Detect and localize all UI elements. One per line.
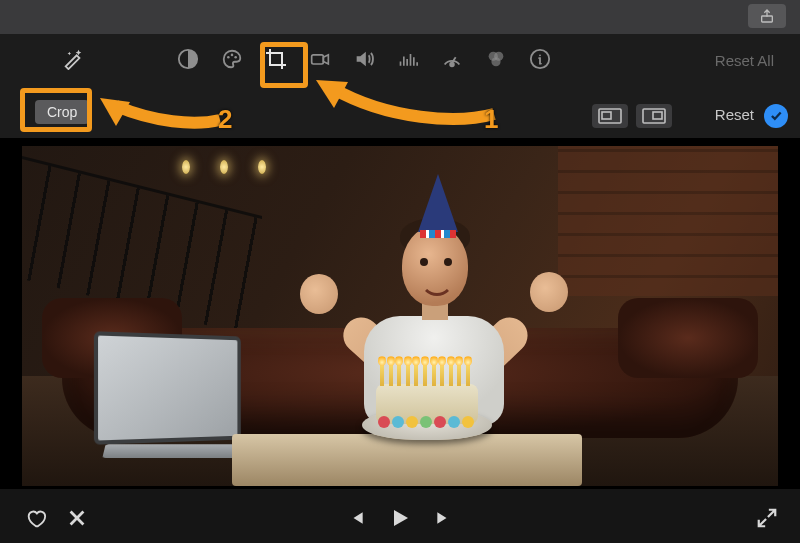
checkmark-icon	[769, 109, 783, 123]
color-correction-button[interactable]	[175, 46, 201, 72]
skip-forward-button[interactable]	[434, 508, 454, 528]
camera-icon	[308, 49, 332, 69]
annotation-arrow-1	[308, 72, 498, 128]
color-balance-icon	[484, 48, 508, 70]
kenburns-start-button[interactable]	[592, 104, 628, 128]
play-button[interactable]	[388, 505, 412, 531]
color-balance-button[interactable]	[483, 46, 509, 72]
skip-forward-icon	[434, 508, 454, 528]
window-titlebar	[0, 0, 800, 34]
stabilization-button[interactable]	[307, 46, 333, 72]
noise-reduction-button[interactable]	[395, 46, 421, 72]
expand-icon	[756, 507, 778, 529]
svg-point-4	[234, 56, 237, 59]
magic-wand-button[interactable]	[62, 48, 84, 70]
apply-crop-button[interactable]	[764, 104, 788, 128]
preview-frame-content	[22, 146, 778, 486]
annotation-label-1: 1	[484, 104, 498, 135]
volume-button[interactable]	[351, 46, 377, 72]
annotation-highlight-crop-tool	[260, 42, 308, 88]
x-icon	[66, 507, 88, 529]
contrast-icon	[177, 48, 199, 70]
clip-info-button[interactable]	[527, 46, 553, 72]
color-palette-button[interactable]	[219, 46, 245, 72]
kenburns-start-icon	[598, 108, 622, 124]
annotation-highlight-crop-pill	[20, 88, 92, 132]
heart-icon	[24, 507, 48, 529]
magic-wand-icon	[62, 48, 84, 70]
svg-point-3	[231, 54, 234, 57]
svg-rect-14	[653, 112, 662, 119]
annotation-arrow-2	[94, 92, 224, 132]
svg-rect-5	[312, 55, 324, 64]
svg-point-9	[491, 57, 500, 66]
speed-button[interactable]	[439, 46, 465, 72]
reject-button[interactable]	[66, 507, 88, 529]
playback-bar	[0, 489, 800, 543]
kenburns-end-icon	[642, 108, 666, 124]
svg-point-2	[227, 56, 230, 59]
info-icon	[529, 48, 551, 70]
share-icon	[759, 8, 775, 24]
annotation-label-2: 2	[218, 104, 232, 135]
equalizer-icon	[397, 49, 419, 69]
play-icon	[388, 505, 412, 531]
reset-all-button[interactable]: Reset All	[715, 52, 774, 69]
svg-rect-12	[602, 112, 611, 119]
favorite-button[interactable]	[24, 507, 48, 529]
video-preview[interactable]	[22, 146, 778, 486]
share-button[interactable]	[748, 4, 786, 28]
svg-point-6	[450, 63, 454, 67]
volume-icon	[352, 48, 376, 70]
kenburns-end-button[interactable]	[636, 104, 672, 128]
fullscreen-button[interactable]	[756, 507, 778, 529]
svg-rect-0	[762, 16, 773, 22]
reset-crop-button[interactable]: Reset	[715, 106, 754, 123]
color-palette-icon	[220, 48, 244, 70]
speed-dial-icon	[440, 48, 464, 70]
skip-back-button[interactable]	[346, 508, 366, 528]
skip-back-icon	[346, 508, 366, 528]
